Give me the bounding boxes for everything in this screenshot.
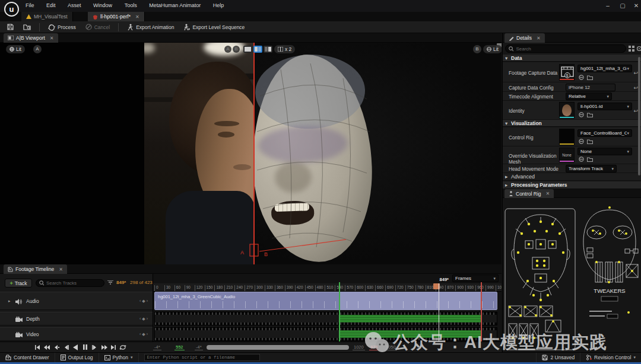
view-mode-split-button[interactable] [253,46,262,53]
step-back-button[interactable] [52,343,61,351]
settings-gear-icon[interactable] [636,46,641,52]
view-range-end[interactable]: 1020 [353,344,365,350]
track-search[interactable] [36,279,104,287]
filter-icon[interactable] [107,280,113,286]
frame-forward-button[interactable] [90,343,99,351]
footage-thumbnail[interactable]: $ [559,64,575,81]
section-data[interactable]: ▾Data [503,55,641,62]
browse-icon[interactable] [587,75,593,80]
go-to-front-button[interactable] [33,343,42,351]
go-to-end-button[interactable] [109,343,118,351]
play-reverse-button[interactable] [71,343,80,351]
menu-file[interactable]: File [20,0,40,11]
track-search-input[interactable] [46,280,101,286]
ab-wipe-divider[interactable] [253,43,255,264]
view-multiplier-button[interactable]: x 2 [274,45,295,53]
timecode-alignment-dropdown[interactable]: Relative▾ [566,92,612,100]
tab-control-rig[interactable]: Control Rig ✕ [504,189,554,198]
tab-close-icon[interactable]: ✕ [50,36,54,41]
view-range-start[interactable]: -4* [153,344,161,350]
view-mode-side-button[interactable] [264,46,272,53]
control-rig-dropdown[interactable]: Face_ControlBoard_CtrlF▾ [577,129,632,137]
add-track-button[interactable]: + Track [5,279,32,288]
track-row-video[interactable]: Video ‹◆› [0,327,153,341]
maximize-button[interactable]: ▢ [617,1,628,10]
reset-icon[interactable]: ↩ [633,108,638,114]
lit-mode-button-right[interactable]: Lit [483,45,502,53]
menu-edit[interactable]: Edit [41,0,61,11]
minimize-button[interactable]: – [602,1,613,10]
details-search-input[interactable] [516,46,623,52]
menu-metahuman-animator[interactable]: MetaHuman Animator [144,0,206,11]
display-mode-dropdown[interactable]: Frames▾ [452,274,499,282]
reset-icon[interactable]: ↩ [633,85,638,91]
python-command-input[interactable] [144,354,260,361]
menu-window[interactable]: Window [88,0,118,11]
timeline-track-area[interactable]: Frames▾ 03060901201501802102402703003303… [153,274,502,341]
browse-icon[interactable] [587,112,593,117]
ab-toggle-b[interactable]: B [233,46,240,53]
ab-wipe-gizmo[interactable]: A B [233,238,388,264]
loop-button[interactable] [119,343,127,351]
playback-start-marker[interactable] [339,282,340,341]
unreal-logo-icon[interactable]: u [4,2,19,17]
section-advanced[interactable]: ▸Advanced [503,173,641,181]
footage-capture-data-dropdown[interactable]: hg001_12t_mha_3_Greer▾ [577,65,632,72]
content-drawer-button[interactable]: Content Drawer [0,353,55,363]
working-range-end[interactable]: 1050 [385,344,397,350]
view-b-button[interactable]: B [473,45,481,53]
details-search[interactable] [505,44,626,53]
tab-close-icon[interactable]: ✕ [135,14,139,20]
subframe-indicator[interactable]: -4* [195,344,203,350]
menu-help[interactable]: Help [208,0,230,11]
identity-thumbnail[interactable] [559,102,575,119]
playback-start-frame[interactable]: 552 [174,344,185,350]
tab-ll-hp001-perf[interactable]: ll-hp001-perf* ✕ [88,12,145,21]
playback-end-frame[interactable]: 975 [369,344,379,350]
control-rig-thumbnail[interactable] [559,129,575,145]
section-processing-parameters[interactable]: ▸Processing Parameters [503,181,641,189]
previous-keyframe-button[interactable] [43,343,51,351]
lit-mode-button-left[interactable]: Lit [6,45,25,53]
video-filmstrip[interactable] [154,327,497,341]
keyframe-nav[interactable]: ‹◆› [139,317,149,321]
track-row-depth[interactable]: Depth ‹◆› [0,312,153,325]
ab-toggle-a[interactable]: A [224,46,231,53]
use-selected-icon[interactable] [579,75,584,80]
identity-dropdown[interactable]: ll-hp001-id▾ [577,103,632,110]
face-board-main[interactable] [504,198,577,352]
depth-filmstrip[interactable] [154,312,497,325]
view-mode-single-button[interactable] [243,46,252,53]
audio-clip[interactable]: hg001_12t_mha_3_GreenCubic_Audio [154,292,497,310]
keyframe-nav[interactable]: ‹◆› [139,299,149,304]
reset-icon[interactable]: ↩ [633,70,638,76]
tab-close-icon[interactable]: ✕ [537,36,541,41]
tab-close-icon[interactable]: ✕ [546,191,550,196]
browse-to-asset-button[interactable] [20,23,34,31]
details-scrollbar[interactable] [638,57,640,175]
tab-close-icon[interactable]: ✕ [59,267,63,272]
override-mesh-thumbnail[interactable]: None [559,148,575,162]
head-movement-mode-dropdown[interactable]: Transform Track▾ [566,165,617,173]
unsaved-button[interactable]: 2 Unsaved [536,353,580,363]
frame-back-button[interactable] [62,343,70,351]
export-animation-button[interactable]: Export Animation [123,23,177,32]
control-rig-board[interactable]: TWEAKERS [503,198,641,352]
face-board-tweakers[interactable]: TWEAKERS [579,198,641,352]
menu-tools[interactable]: Tools [119,0,142,11]
process-button[interactable]: Process [45,23,80,32]
timeline-ruler[interactable]: 0306090120150180210240270300330360390420… [153,283,502,292]
tab-footage-timeline[interactable]: Footage Timeline ✕ [4,264,67,274]
use-selected-icon[interactable] [579,139,584,144]
tab-ab-viewport[interactable]: A|B Viewport ✕ [4,33,58,43]
tab-details[interactable]: Details ✕ [504,33,545,43]
pause-button[interactable] [81,343,89,351]
export-level-sequence-button[interactable]: Export Level Sequence [180,23,248,32]
use-selected-icon[interactable] [579,157,584,162]
menu-asset[interactable]: Asset [62,0,87,11]
section-visualization[interactable]: ▾Visualization [503,120,641,127]
close-button[interactable]: ✕ [631,1,641,10]
timeline-scrollbar[interactable] [207,345,349,350]
ab-viewport[interactable]: A B Lit A A B x 2 B Lit [0,43,502,264]
revision-control-button[interactable]: Revision Control ▾ [580,353,641,363]
